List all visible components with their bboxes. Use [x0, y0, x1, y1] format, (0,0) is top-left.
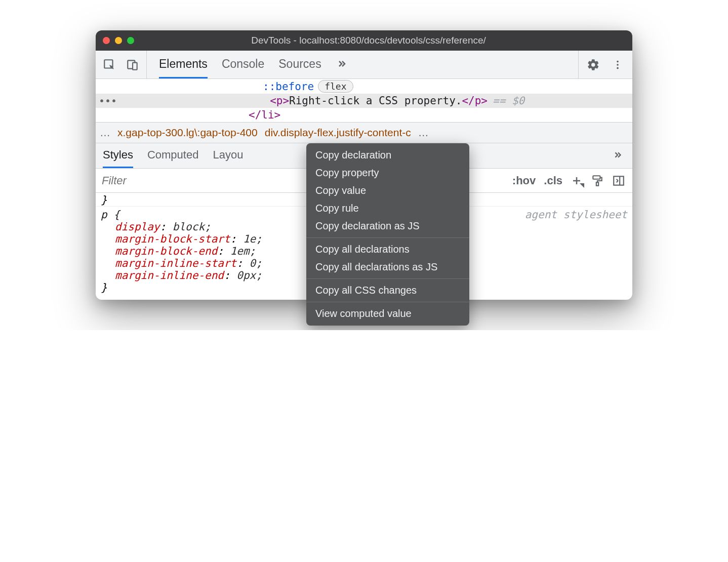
pseudo-element: ::before [263, 81, 314, 93]
context-menu: Copy declarationCopy propertyCopy valueC… [306, 143, 469, 326]
main-toolbar: Elements Console Sources [96, 51, 632, 79]
main-tab-strip: Elements Console Sources [147, 51, 578, 78]
rule-source[interactable]: agent stylesheet [525, 209, 627, 221]
layout-badge[interactable]: flex [318, 80, 353, 93]
context-menu-item[interactable]: Copy all CSS changes [306, 282, 469, 299]
breadcrumb-item[interactable]: div.display-flex.justify-content-c [265, 127, 411, 139]
svg-point-4 [617, 64, 619, 66]
breadcrumb-overflow-right[interactable]: … [418, 127, 429, 139]
closing-tag: </li> [249, 109, 280, 121]
context-menu-item[interactable]: Copy declaration [306, 146, 469, 164]
subtab-layout[interactable]: Layou [213, 143, 243, 168]
kebab-menu-icon[interactable] [610, 57, 625, 72]
svg-rect-6 [593, 176, 600, 179]
subtab-computed[interactable]: Computed [147, 143, 199, 168]
css-property[interactable]: display [115, 221, 160, 233]
breadcrumb-overflow-left[interactable]: … [100, 127, 110, 139]
traffic-lights [103, 37, 134, 44]
css-value[interactable]: 1em; [230, 245, 256, 257]
context-menu-item[interactable]: Copy declaration as JS [306, 217, 469, 235]
closing-tag-inline: </p> [462, 95, 488, 107]
css-value[interactable]: block; [173, 221, 211, 233]
svg-rect-8 [614, 176, 624, 185]
css-property[interactable]: margin-block-end [115, 245, 217, 257]
css-value[interactable]: 1e; [243, 233, 262, 245]
opening-tag: <p> [270, 95, 289, 107]
svg-rect-7 [596, 182, 598, 186]
paint-format-icon[interactable] [591, 174, 604, 187]
devtools-window: DevTools - localhost:8080/docs/devtools/… [96, 30, 632, 300]
context-menu-separator [306, 237, 469, 238]
window-title: DevTools - localhost:8080/docs/devtools/… [142, 35, 625, 46]
breadcrumb-item[interactable]: x.gap-top-300.lg\:gap-top-400 [117, 127, 258, 139]
context-menu-separator [306, 302, 469, 302]
settings-gear-icon[interactable] [586, 57, 601, 72]
tab-console[interactable]: Console [222, 51, 264, 78]
css-property[interactable]: margin-inline-end [115, 269, 224, 282]
context-menu-item[interactable]: Copy property [306, 164, 469, 182]
dom-closing-row[interactable]: </li> [96, 108, 632, 122]
titlebar: DevTools - localhost:8080/docs/devtools/… [96, 30, 632, 51]
device-toolbar-icon[interactable] [125, 57, 140, 72]
dom-tree[interactable]: ::before flex ••• <p>Right-click a CSS p… [96, 79, 632, 122]
css-value[interactable]: 0; [250, 257, 262, 269]
context-menu-item[interactable]: Copy rule [306, 199, 469, 217]
dom-pseudo-row[interactable]: ::before flex [96, 79, 632, 94]
computed-panel-toggle-icon[interactable] [612, 174, 625, 187]
inspect-element-icon[interactable] [102, 57, 117, 72]
zoom-window-button[interactable] [127, 37, 134, 44]
svg-rect-2 [133, 62, 137, 69]
css-value[interactable]: 0px; [236, 269, 262, 282]
css-property[interactable]: margin-inline-start [115, 257, 236, 269]
tab-overflow-icon[interactable] [336, 51, 348, 78]
styles-panel: Styles Computed Layou :hov .cls [96, 143, 632, 300]
dom-breadcrumbs[interactable]: … x.gap-top-300.lg\:gap-top-400 div.disp… [96, 122, 632, 143]
expand-ellipsis-icon[interactable]: ••• [96, 95, 120, 107]
svg-point-3 [617, 60, 619, 62]
subtab-overflow-icon[interactable] [612, 143, 632, 168]
svg-point-5 [617, 67, 619, 69]
context-menu-item[interactable]: Copy all declarations as JS [306, 258, 469, 276]
subtab-styles[interactable]: Styles [103, 143, 133, 168]
context-menu-item[interactable]: Copy value [306, 182, 469, 199]
tab-elements[interactable]: Elements [159, 51, 208, 78]
hov-toggle[interactable]: :hov [512, 174, 536, 187]
context-menu-item[interactable]: View computed value [306, 305, 469, 323]
dom-selected-row[interactable]: ••• <p>Right-click a CSS property.</p> =… [96, 94, 632, 108]
context-menu-item[interactable]: Copy all declarations [306, 240, 469, 258]
dollar-zero-marker: == $0 [493, 95, 524, 107]
new-style-rule-icon[interactable] [571, 175, 583, 187]
cls-toggle[interactable]: .cls [544, 174, 562, 187]
css-property[interactable]: margin-block-start [115, 233, 230, 245]
tab-sources[interactable]: Sources [278, 51, 321, 78]
text-content: Right-click a CSS property. [289, 95, 462, 107]
context-menu-separator [306, 278, 469, 279]
rule-selector[interactable]: p { [101, 209, 120, 221]
close-window-button[interactable] [103, 37, 110, 44]
minimize-window-button[interactable] [115, 37, 122, 44]
